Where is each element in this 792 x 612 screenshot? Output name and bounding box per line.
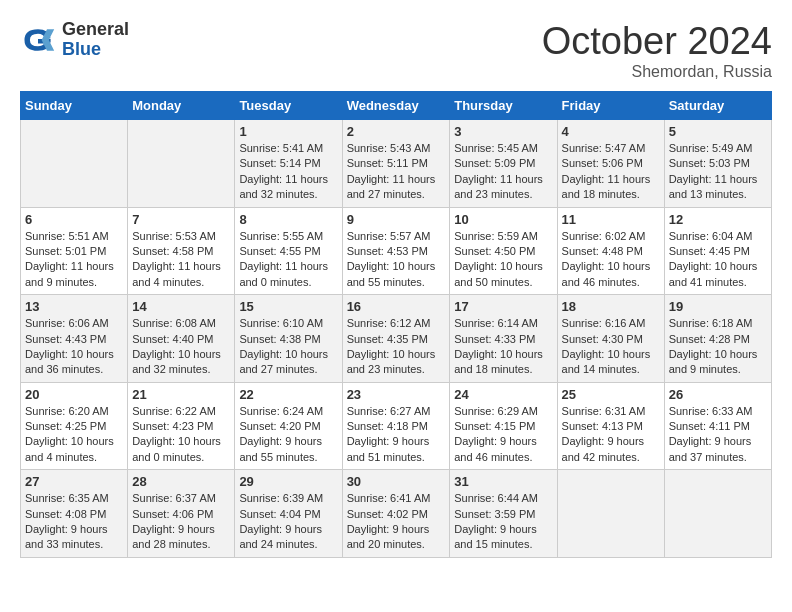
day-info: Sunrise: 5:41 AM Sunset: 5:14 PM Dayligh… [239,141,337,203]
day-info: Sunrise: 6:16 AM Sunset: 4:30 PM Dayligh… [562,316,660,378]
day-number: 14 [132,299,230,314]
calendar-week-1: 1Sunrise: 5:41 AM Sunset: 5:14 PM Daylig… [21,120,772,208]
calendar-cell: 10Sunrise: 5:59 AM Sunset: 4:50 PM Dayli… [450,207,557,295]
day-info: Sunrise: 5:49 AM Sunset: 5:03 PM Dayligh… [669,141,767,203]
calendar-cell: 2Sunrise: 5:43 AM Sunset: 5:11 PM Daylig… [342,120,450,208]
day-info: Sunrise: 6:24 AM Sunset: 4:20 PM Dayligh… [239,404,337,466]
day-number: 10 [454,212,552,227]
calendar-cell [128,120,235,208]
weekday-header-tuesday: Tuesday [235,92,342,120]
logo-blue: Blue [62,40,129,60]
calendar-cell: 15Sunrise: 6:10 AM Sunset: 4:38 PM Dayli… [235,295,342,383]
day-info: Sunrise: 5:59 AM Sunset: 4:50 PM Dayligh… [454,229,552,291]
day-info: Sunrise: 6:04 AM Sunset: 4:45 PM Dayligh… [669,229,767,291]
title-area: October 2024 Shemordan, Russia [542,20,772,81]
calendar-cell: 9Sunrise: 5:57 AM Sunset: 4:53 PM Daylig… [342,207,450,295]
day-info: Sunrise: 6:20 AM Sunset: 4:25 PM Dayligh… [25,404,123,466]
weekday-header-sunday: Sunday [21,92,128,120]
day-number: 24 [454,387,552,402]
day-number: 28 [132,474,230,489]
day-info: Sunrise: 6:02 AM Sunset: 4:48 PM Dayligh… [562,229,660,291]
day-number: 29 [239,474,337,489]
day-number: 8 [239,212,337,227]
calendar-cell [664,470,771,558]
calendar-cell: 14Sunrise: 6:08 AM Sunset: 4:40 PM Dayli… [128,295,235,383]
calendar-cell: 5Sunrise: 5:49 AM Sunset: 5:03 PM Daylig… [664,120,771,208]
calendar-cell [21,120,128,208]
day-info: Sunrise: 6:22 AM Sunset: 4:23 PM Dayligh… [132,404,230,466]
day-info: Sunrise: 6:35 AM Sunset: 4:08 PM Dayligh… [25,491,123,553]
day-info: Sunrise: 6:37 AM Sunset: 4:06 PM Dayligh… [132,491,230,553]
day-info: Sunrise: 6:06 AM Sunset: 4:43 PM Dayligh… [25,316,123,378]
day-info: Sunrise: 5:53 AM Sunset: 4:58 PM Dayligh… [132,229,230,291]
day-number: 16 [347,299,446,314]
day-info: Sunrise: 5:43 AM Sunset: 5:11 PM Dayligh… [347,141,446,203]
day-info: Sunrise: 6:14 AM Sunset: 4:33 PM Dayligh… [454,316,552,378]
day-info: Sunrise: 5:47 AM Sunset: 5:06 PM Dayligh… [562,141,660,203]
calendar-cell: 21Sunrise: 6:22 AM Sunset: 4:23 PM Dayli… [128,382,235,470]
day-info: Sunrise: 5:55 AM Sunset: 4:55 PM Dayligh… [239,229,337,291]
calendar-cell: 8Sunrise: 5:55 AM Sunset: 4:55 PM Daylig… [235,207,342,295]
calendar-cell: 19Sunrise: 6:18 AM Sunset: 4:28 PM Dayli… [664,295,771,383]
calendar-cell: 30Sunrise: 6:41 AM Sunset: 4:02 PM Dayli… [342,470,450,558]
day-number: 13 [25,299,123,314]
calendar-cell: 26Sunrise: 6:33 AM Sunset: 4:11 PM Dayli… [664,382,771,470]
day-info: Sunrise: 6:10 AM Sunset: 4:38 PM Dayligh… [239,316,337,378]
calendar-body: 1Sunrise: 5:41 AM Sunset: 5:14 PM Daylig… [21,120,772,558]
calendar-week-4: 20Sunrise: 6:20 AM Sunset: 4:25 PM Dayli… [21,382,772,470]
day-number: 11 [562,212,660,227]
day-info: Sunrise: 5:51 AM Sunset: 5:01 PM Dayligh… [25,229,123,291]
calendar-cell: 31Sunrise: 6:44 AM Sunset: 3:59 PM Dayli… [450,470,557,558]
calendar-week-2: 6Sunrise: 5:51 AM Sunset: 5:01 PM Daylig… [21,207,772,295]
logo: General Blue [20,20,129,60]
calendar-cell [557,470,664,558]
day-number: 3 [454,124,552,139]
calendar-title: October 2024 [542,20,772,63]
day-number: 2 [347,124,446,139]
day-number: 25 [562,387,660,402]
day-info: Sunrise: 5:45 AM Sunset: 5:09 PM Dayligh… [454,141,552,203]
day-number: 30 [347,474,446,489]
day-info: Sunrise: 5:57 AM Sunset: 4:53 PM Dayligh… [347,229,446,291]
calendar-cell: 1Sunrise: 5:41 AM Sunset: 5:14 PM Daylig… [235,120,342,208]
weekday-header-saturday: Saturday [664,92,771,120]
calendar-cell: 11Sunrise: 6:02 AM Sunset: 4:48 PM Dayli… [557,207,664,295]
logo-icon [20,22,56,58]
calendar-cell: 16Sunrise: 6:12 AM Sunset: 4:35 PM Dayli… [342,295,450,383]
calendar-subtitle: Shemordan, Russia [542,63,772,81]
day-info: Sunrise: 6:27 AM Sunset: 4:18 PM Dayligh… [347,404,446,466]
calendar-table: SundayMondayTuesdayWednesdayThursdayFrid… [20,91,772,558]
calendar-cell: 13Sunrise: 6:06 AM Sunset: 4:43 PM Dayli… [21,295,128,383]
calendar-cell: 24Sunrise: 6:29 AM Sunset: 4:15 PM Dayli… [450,382,557,470]
day-info: Sunrise: 6:12 AM Sunset: 4:35 PM Dayligh… [347,316,446,378]
day-number: 7 [132,212,230,227]
calendar-cell: 23Sunrise: 6:27 AM Sunset: 4:18 PM Dayli… [342,382,450,470]
calendar-week-5: 27Sunrise: 6:35 AM Sunset: 4:08 PM Dayli… [21,470,772,558]
weekday-header-monday: Monday [128,92,235,120]
day-info: Sunrise: 6:29 AM Sunset: 4:15 PM Dayligh… [454,404,552,466]
day-info: Sunrise: 6:18 AM Sunset: 4:28 PM Dayligh… [669,316,767,378]
calendar-week-3: 13Sunrise: 6:06 AM Sunset: 4:43 PM Dayli… [21,295,772,383]
day-number: 4 [562,124,660,139]
day-number: 5 [669,124,767,139]
calendar-cell: 29Sunrise: 6:39 AM Sunset: 4:04 PM Dayli… [235,470,342,558]
day-info: Sunrise: 6:33 AM Sunset: 4:11 PM Dayligh… [669,404,767,466]
calendar-cell: 12Sunrise: 6:04 AM Sunset: 4:45 PM Dayli… [664,207,771,295]
day-number: 9 [347,212,446,227]
day-number: 23 [347,387,446,402]
day-number: 21 [132,387,230,402]
day-number: 20 [25,387,123,402]
day-info: Sunrise: 6:31 AM Sunset: 4:13 PM Dayligh… [562,404,660,466]
day-number: 12 [669,212,767,227]
logo-general: General [62,20,129,40]
weekday-header-thursday: Thursday [450,92,557,120]
day-number: 17 [454,299,552,314]
day-number: 6 [25,212,123,227]
calendar-cell: 3Sunrise: 5:45 AM Sunset: 5:09 PM Daylig… [450,120,557,208]
logo-text: General Blue [62,20,129,60]
calendar-cell: 17Sunrise: 6:14 AM Sunset: 4:33 PM Dayli… [450,295,557,383]
header: General Blue October 2024 Shemordan, Rus… [20,20,772,81]
day-number: 27 [25,474,123,489]
calendar-cell: 28Sunrise: 6:37 AM Sunset: 4:06 PM Dayli… [128,470,235,558]
calendar-cell: 20Sunrise: 6:20 AM Sunset: 4:25 PM Dayli… [21,382,128,470]
